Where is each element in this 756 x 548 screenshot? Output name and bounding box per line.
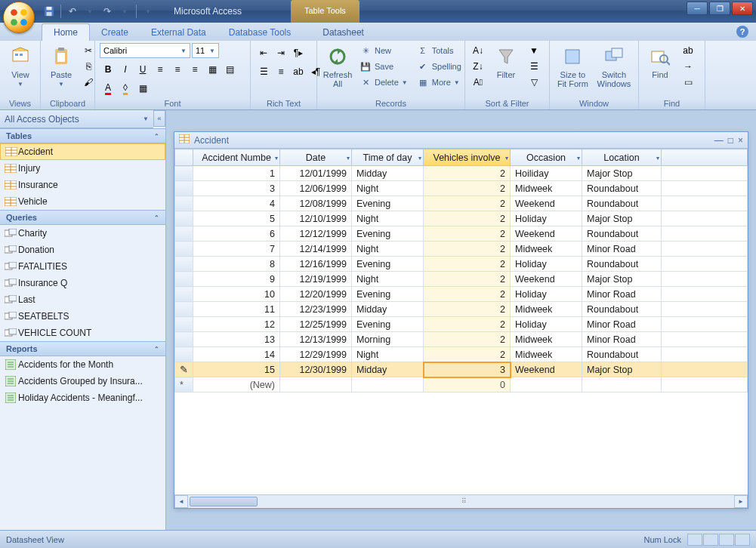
row-selector[interactable] bbox=[175, 226, 193, 242]
column-header[interactable]: Date▾ bbox=[280, 149, 352, 166]
replace-icon[interactable]: ab bbox=[680, 43, 696, 58]
column-header[interactable]: Vehicles involve▾ bbox=[424, 149, 511, 166]
column-header[interactable]: Accident Numbe▾ bbox=[193, 149, 280, 166]
nav-item[interactable]: Injury bbox=[0, 160, 165, 177]
row-selector[interactable] bbox=[175, 332, 193, 347]
new-row-selector[interactable]: * bbox=[175, 377, 193, 393]
doc-minimize-icon[interactable]: — bbox=[714, 135, 724, 146]
cell[interactable]: 7 bbox=[193, 242, 280, 257]
toggle-filter-icon[interactable]: ▽ bbox=[526, 75, 542, 90]
size-to-fit-button[interactable]: Size to Fit Form bbox=[554, 43, 591, 90]
datasheet-view-button[interactable] bbox=[687, 534, 702, 546]
cell[interactable]: 12/20/1999 bbox=[280, 287, 352, 302]
cell[interactable]: Night bbox=[352, 242, 424, 257]
nav-item[interactable]: Accident bbox=[0, 143, 165, 160]
row-selector[interactable] bbox=[175, 242, 193, 257]
cell[interactable]: 12/12/1999 bbox=[280, 226, 352, 242]
redo-icon[interactable]: ↷ bbox=[100, 4, 115, 19]
cell[interactable]: 12/10/1999 bbox=[280, 211, 352, 226]
copy-icon[interactable]: ⎘ bbox=[80, 59, 97, 74]
nav-item[interactable]: Vehicle bbox=[0, 193, 165, 210]
cell[interactable] bbox=[352, 377, 424, 393]
scroll-thumb[interactable] bbox=[190, 497, 258, 506]
select-all-corner[interactable] bbox=[175, 149, 193, 166]
cell[interactable]: Midweek bbox=[511, 332, 582, 347]
cell[interactable]: 2 bbox=[424, 211, 511, 226]
sort-asc-icon[interactable]: A↓ bbox=[470, 43, 486, 58]
cell[interactable]: Evening bbox=[352, 226, 424, 242]
cell[interactable] bbox=[511, 377, 582, 393]
cell[interactable]: 14 bbox=[193, 347, 280, 362]
select-icon[interactable]: ▭ bbox=[680, 75, 696, 90]
cell[interactable]: Major Stop bbox=[582, 211, 662, 226]
cell[interactable]: 12/16/1999 bbox=[280, 257, 352, 272]
cut-icon[interactable]: ✂ bbox=[80, 43, 97, 58]
cell[interactable]: Midday bbox=[352, 166, 424, 181]
cell[interactable]: Midday bbox=[352, 362, 424, 377]
cell[interactable]: 2 bbox=[424, 196, 511, 211]
cell[interactable] bbox=[582, 377, 662, 393]
cell[interactable]: 1 bbox=[193, 166, 280, 181]
underline-icon[interactable]: U bbox=[134, 62, 151, 77]
cell[interactable]: 2 bbox=[424, 226, 511, 242]
italic-icon[interactable]: I bbox=[117, 62, 134, 77]
cell[interactable]: 2 bbox=[424, 257, 511, 272]
column-dropdown-icon[interactable]: ▾ bbox=[505, 154, 508, 161]
nav-item[interactable]: Insurance bbox=[0, 177, 165, 193]
datasheet-grid[interactable]: Accident Numbe▾Date▾Time of day▾Vehicles… bbox=[174, 149, 748, 393]
cell[interactable]: 2 bbox=[424, 317, 511, 332]
cell[interactable]: 12/30/1999 bbox=[280, 362, 352, 377]
bold-icon[interactable]: B bbox=[100, 62, 116, 77]
column-header[interactable]: Location▾ bbox=[582, 149, 662, 166]
more-button[interactable]: ▦More ▼ bbox=[414, 75, 464, 90]
spelling-button[interactable]: ✔Spelling bbox=[414, 59, 464, 74]
nav-collapse-button[interactable]: « bbox=[153, 110, 165, 127]
cell[interactable]: 2 bbox=[424, 272, 511, 287]
paste-button[interactable]: Paste▼ bbox=[45, 43, 77, 89]
cell[interactable]: 10 bbox=[193, 287, 280, 302]
nav-item[interactable]: Accidents Grouped by Insura... bbox=[0, 373, 165, 389]
cell[interactable]: Minor Road bbox=[582, 287, 662, 302]
row-selector[interactable] bbox=[175, 166, 193, 181]
filter-button[interactable]: Filter bbox=[489, 43, 523, 81]
cell[interactable]: Minor Road bbox=[582, 317, 662, 332]
cell[interactable]: Weekend bbox=[511, 226, 582, 242]
cell[interactable]: 6 bbox=[193, 226, 280, 242]
cell[interactable]: Evening bbox=[352, 257, 424, 272]
cell[interactable]: Midweek bbox=[511, 242, 582, 257]
cell[interactable]: Roundabout bbox=[582, 347, 662, 362]
view-button[interactable]: View▼ bbox=[5, 43, 36, 89]
save-record-button[interactable]: 💾Save bbox=[356, 59, 411, 74]
help-button[interactable]: ? bbox=[736, 26, 748, 38]
tab-datasheet[interactable]: Datasheet bbox=[311, 24, 375, 41]
cell[interactable]: Weekend bbox=[511, 362, 582, 377]
nav-item[interactable]: SEATBELTS bbox=[0, 308, 165, 325]
cell[interactable]: 12/25/1999 bbox=[280, 317, 352, 332]
cell[interactable]: Roundabout bbox=[582, 226, 662, 242]
cell[interactable]: Holiday bbox=[511, 317, 582, 332]
cell[interactable]: 13 bbox=[193, 332, 280, 347]
cell[interactable]: Midweek bbox=[511, 347, 582, 362]
row-selector[interactable] bbox=[175, 181, 193, 196]
delete-record-button[interactable]: ✕Delete ▼ bbox=[356, 75, 411, 90]
minimize-button[interactable]: ─ bbox=[687, 2, 708, 15]
redo-dropdown-icon[interactable]: ▼ bbox=[117, 4, 132, 19]
column-dropdown-icon[interactable]: ▾ bbox=[347, 154, 350, 161]
cell[interactable]: 2 bbox=[424, 166, 511, 181]
row-selector[interactable] bbox=[175, 317, 193, 332]
cell[interactable]: 2 bbox=[424, 332, 511, 347]
design-view-button[interactable] bbox=[735, 534, 750, 546]
cell[interactable]: 8 bbox=[193, 257, 280, 272]
nav-section-reports[interactable]: Reports⌃ bbox=[0, 341, 165, 356]
cell[interactable]: Night bbox=[352, 347, 424, 362]
switch-windows-button[interactable]: Switch Windows bbox=[594, 43, 634, 90]
nav-section-tables[interactable]: Tables⌃ bbox=[0, 128, 165, 143]
cell[interactable]: 3 bbox=[193, 181, 280, 196]
cell[interactable]: Roundabout bbox=[582, 196, 662, 211]
save-icon[interactable] bbox=[42, 4, 57, 19]
cell[interactable]: Major Stop bbox=[582, 272, 662, 287]
cell[interactable]: 2 bbox=[424, 242, 511, 257]
column-dropdown-icon[interactable]: ▾ bbox=[275, 154, 278, 161]
selection-filter-icon[interactable]: ▼ bbox=[526, 43, 542, 58]
close-button[interactable]: ✕ bbox=[732, 2, 753, 15]
